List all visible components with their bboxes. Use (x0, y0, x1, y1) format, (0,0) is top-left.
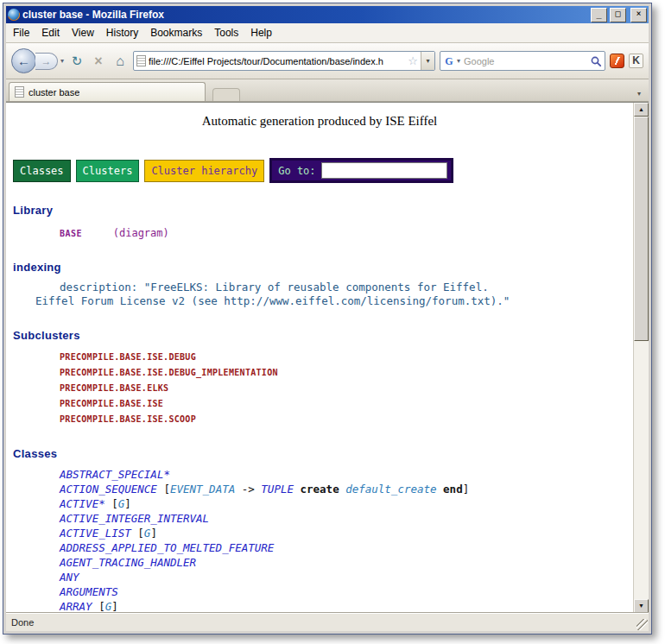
class-entry: ACTIVE_INTEGER_INTERVAL (60, 511, 633, 526)
menu-file[interactable]: File (7, 24, 35, 41)
menu-edit[interactable]: Edit (35, 24, 66, 41)
class-link[interactable]: TUPLE (261, 483, 294, 496)
forward-icon: → (41, 55, 52, 67)
vertical-scrollbar[interactable]: ▲ ▼ (633, 103, 649, 613)
diagram-link[interactable]: (diagram) (113, 227, 169, 239)
class-link[interactable]: ADDRESS_APPLIED_TO_MELTED_FEATURE (60, 541, 274, 554)
tab-cluster-base[interactable]: cluster base (9, 82, 206, 101)
class-entry: ARRAY [G] (60, 599, 633, 613)
class-link[interactable]: ACTIVE_LIST (60, 527, 131, 540)
goto-input[interactable] (321, 162, 447, 179)
class-link[interactable]: ACTIVE_INTEGER_INTERVAL (60, 512, 209, 525)
search-engine-dropdown[interactable]: ▾ (457, 57, 460, 65)
class-entry: ABSTRACT_SPECIAL* (60, 467, 633, 482)
section-heading-indexing: indexing (13, 261, 633, 274)
class-link[interactable]: ARGUMENTS (60, 585, 118, 598)
subcluster-link[interactable]: PRECOMPILE.BASE.ISE.DEBUG_IMPLEMENTATION (60, 368, 278, 377)
indexing-description-line1: description: "FreeELKS: Library of reusa… (60, 281, 633, 294)
class-link[interactable]: ABSTRACT_SPECIAL* (60, 468, 170, 481)
subcluster-entry: PRECOMPILE.BASE.ISE.DEBUG (60, 349, 633, 364)
search-input[interactable] (462, 55, 588, 67)
library-entry: BASE (diagram) (60, 224, 633, 240)
class-link[interactable]: ACTIVE* (60, 497, 105, 510)
page-content: Automatic generation produced by ISE Eif… (6, 103, 633, 613)
class-entry: ACTIVE_LIST [G] (60, 526, 633, 540)
subcluster-list: PRECOMPILE.BASE.ISE.DEBUGPRECOMPILE.BASE… (6, 349, 633, 426)
navigation-toolbar: ← → ▾ ↻ × ⌂ ☆ ▾ G ▾ K (6, 43, 649, 79)
close-button[interactable]: × (630, 8, 647, 22)
status-bar: Done (6, 613, 649, 631)
firefox-icon (8, 9, 20, 21)
subcluster-entry: PRECOMPILE.BASE.ISE (60, 395, 633, 411)
home-button[interactable]: ⌂ (111, 54, 129, 69)
search-box[interactable]: G ▾ (440, 51, 605, 71)
bookmark-star-icon[interactable]: ☆ (408, 54, 418, 67)
goto-box: Go to: (269, 158, 453, 183)
new-tab-area[interactable] (212, 88, 240, 101)
doc-button-cluster-hierarchy[interactable]: Cluster hierarchy (144, 160, 264, 182)
class-entry: ANY (60, 570, 633, 584)
page-icon (136, 55, 146, 66)
resize-grip[interactable] (636, 619, 648, 630)
scroll-up-button[interactable]: ▲ (634, 103, 649, 117)
extension-icon-1[interactable] (610, 54, 624, 68)
class-link[interactable]: ARRAY (60, 600, 92, 613)
forward-button[interactable]: → (35, 53, 58, 70)
status-text: Done (11, 617, 34, 628)
back-button[interactable]: ← (11, 48, 36, 73)
tab-label: cluster base (28, 87, 79, 98)
url-input[interactable] (149, 56, 405, 66)
menu-bar: FileEditViewHistoryBookmarksToolsHelp (6, 23, 649, 43)
subcluster-entry: PRECOMPILE.BASE.ISE.SCOOP (60, 411, 633, 426)
subcluster-link[interactable]: PRECOMPILE.BASE.ISE.SCOOP (60, 414, 196, 424)
google-engine-icon: G (443, 55, 455, 67)
maximize-button[interactable]: □ (610, 8, 626, 22)
menu-history[interactable]: History (100, 24, 144, 41)
url-dropdown-button[interactable]: ▾ (421, 52, 434, 70)
library-base-link[interactable]: BASE (60, 229, 82, 238)
class-link[interactable]: AGENT_TRACING_HANDLER (60, 556, 196, 569)
firefox-window: cluster base - Mozilla Firefox _ □ × Fil… (3, 3, 652, 635)
section-heading-library: Library (13, 204, 633, 217)
menu-help[interactable]: Help (244, 24, 278, 41)
scroll-down-button[interactable]: ▼ (634, 599, 649, 613)
page-banner: Automatic generation produced by ISE Eif… (6, 114, 633, 129)
scrollbar-thumb[interactable] (634, 117, 649, 341)
class-entry: AGENT_TRACING_HANDLER (60, 555, 633, 570)
doc-button-clusters[interactable]: Clusters (76, 160, 140, 182)
subcluster-link[interactable]: PRECOMPILE.BASE.ISE.DEBUG (60, 352, 196, 362)
minimize-button[interactable]: _ (591, 8, 607, 22)
subcluster-entry: PRECOMPILE.BASE.ISE.DEBUG_IMPLEMENTATION (60, 364, 633, 380)
extension-icon-2[interactable]: K (629, 54, 643, 68)
class-entry: ADDRESS_APPLIED_TO_MELTED_FEATURE (60, 540, 633, 555)
indexing-description-line2: Eiffel Forum License v2 (see http://www.… (35, 294, 633, 308)
title-bar[interactable]: cluster base - Mozilla Firefox _ □ × (6, 6, 649, 23)
tab-bar: cluster base ▾ (6, 79, 649, 102)
tab-list-button[interactable]: ▾ (632, 85, 646, 101)
content-area: Automatic generation produced by ISE Eif… (6, 102, 649, 613)
section-heading-classes: Classes (13, 447, 633, 460)
address-bar[interactable]: ☆ ▾ (133, 51, 435, 71)
window-title: cluster base - Mozilla Firefox (22, 9, 588, 21)
history-dropdown-button[interactable]: ▾ (60, 57, 64, 65)
menu-view[interactable]: View (66, 24, 100, 41)
subcluster-link[interactable]: PRECOMPILE.BASE.ISE (60, 399, 163, 408)
class-list: ABSTRACT_SPECIAL*ACTION_SEQUENCE [EVENT_… (6, 467, 633, 613)
scrollbar-track[interactable] (634, 341, 649, 599)
menu-bookmarks[interactable]: Bookmarks (144, 24, 208, 41)
section-heading-subclusters: Subclusters (13, 329, 633, 342)
class-link[interactable]: ACTION_SEQUENCE (60, 483, 157, 496)
search-icon[interactable] (590, 55, 602, 67)
subcluster-link[interactable]: PRECOMPILE.BASE.ELKS (60, 383, 168, 393)
tab-page-icon (15, 86, 24, 98)
class-link[interactable]: ANY (60, 571, 79, 584)
menu-tools[interactable]: Tools (208, 24, 244, 41)
refresh-button[interactable]: ↻ (68, 54, 86, 69)
goto-label: Go to: (278, 165, 315, 177)
doc-nav-row: ClassesClustersCluster hierarchy Go to: (13, 158, 633, 183)
class-entry: ACTION_SEQUENCE [EVENT_DATA -> TUPLE cre… (60, 482, 633, 496)
class-entry: ACTIVE* [G] (60, 496, 633, 511)
stop-button[interactable]: × (90, 54, 107, 69)
doc-button-classes[interactable]: Classes (13, 160, 71, 182)
back-icon: ← (17, 54, 30, 68)
